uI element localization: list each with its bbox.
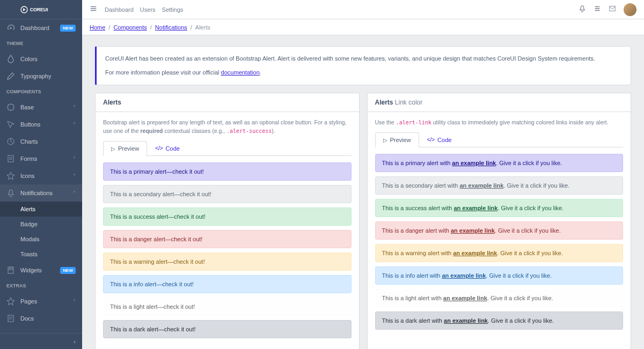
drop-icon <box>6 55 15 63</box>
alert-info: This is a info alert with an example lin… <box>375 266 624 285</box>
sidebar-item-base[interactable]: Base ˅ <box>0 99 82 116</box>
sidebar-label: Forms <box>20 155 73 162</box>
sidebar-label: Pages <box>20 298 73 305</box>
play-icon: ▷ <box>383 137 387 143</box>
sidebar-item-charts[interactable]: Charts <box>0 133 82 150</box>
brand-logo[interactable]: COREUI <box>0 0 82 19</box>
alert-link[interactable]: an example link <box>443 295 487 301</box>
tab-preview[interactable]: ▷Preview <box>375 132 419 147</box>
alert-danger: This is a danger alert with an example l… <box>375 221 624 240</box>
svg-rect-8 <box>610 6 616 11</box>
card-description: Use the .alert-link utility class to imm… <box>375 118 624 127</box>
star-icon <box>6 172 15 180</box>
svg-text:COREUI: COREUI <box>30 7 48 12</box>
sidebar-item-colors[interactable]: Colors <box>0 50 82 68</box>
code-icon: </> <box>427 137 435 143</box>
alert-dark: This is a dark alert—check it out! <box>103 320 352 338</box>
speedometer-icon <box>6 24 15 32</box>
bell-icon[interactable] <box>579 5 586 14</box>
alert-light: This is a light alert with an example li… <box>375 289 624 307</box>
alert-primary: This is a primary alert with an example … <box>375 154 624 172</box>
menu-icon <box>90 5 97 12</box>
cursor-icon <box>6 120 15 129</box>
alert-primary: This is a primary alert—check it out! <box>103 162 352 181</box>
sidebar-item-buttons[interactable]: Buttons ˅ <box>0 116 82 133</box>
notes-icon <box>6 154 15 163</box>
list-icon[interactable] <box>594 5 601 14</box>
tabs: ▷Preview </>Code <box>103 141 352 156</box>
sidebar-item-icons[interactable]: Icons ˅ <box>0 167 82 184</box>
header-nav-users[interactable]: Users <box>140 6 156 13</box>
calculator-icon <box>6 266 15 274</box>
sidebar-item-forms[interactable]: Forms ˅ <box>0 150 82 167</box>
alert-light: This is a light alert—check it out! <box>103 298 352 316</box>
sidebar-item-badge[interactable]: Badge <box>0 217 82 232</box>
callout-text: CoreUI Alert has been created as an exte… <box>105 54 622 64</box>
menu-toggle[interactable] <box>90 5 97 14</box>
alert-dark: This is a dark alert with an example lin… <box>375 311 624 330</box>
breadcrumb: Home / Components / Notifications / Aler… <box>82 19 644 35</box>
alert-link[interactable]: an example link <box>453 250 497 256</box>
card-title: Alerts <box>103 99 121 106</box>
chevron-left-icon: ‹ <box>74 338 76 345</box>
breadcrumb-home[interactable]: Home <box>90 24 105 31</box>
envelope-icon[interactable] <box>609 5 616 14</box>
puzzle-icon <box>6 103 15 112</box>
alert-link[interactable]: an example link <box>442 272 486 279</box>
card-alerts-link: Alerts Link color Use the .alert-link ut… <box>367 93 632 349</box>
chevron-down-icon: ˅ <box>73 156 76 162</box>
callout-info: CoreUI Alert has been created as an exte… <box>95 46 631 85</box>
alert-link[interactable]: an example link <box>452 160 496 166</box>
sidebar-item-toasts[interactable]: Toasts <box>0 247 82 262</box>
header-nav-dashboard[interactable]: Dashboard <box>105 6 134 13</box>
header: Dashboard Users Settings <box>82 0 644 19</box>
alert-secondary: This is a secondary alert—check it out! <box>103 185 352 203</box>
sidebar-label: Dashboard <box>20 25 60 31</box>
alert-secondary: This is a secondary alert with an exampl… <box>375 176 624 195</box>
sidebar-item-typography[interactable]: Typography <box>0 68 82 85</box>
sidebar-item-pages[interactable]: Pages ˅ <box>0 293 82 310</box>
sidebar-minimize[interactable]: ‹ <box>0 333 82 349</box>
sidebar-item-modals[interactable]: Modals <box>0 232 82 247</box>
sidebar-item-docs[interactable]: Docs <box>0 310 82 327</box>
header-nav-settings[interactable]: Settings <box>162 6 184 13</box>
alert-success: This is a success alert with an example … <box>375 199 624 217</box>
sidebar-item-dashboard[interactable]: Dashboard NEW <box>0 19 82 36</box>
tabs: ▷Preview </>Code <box>375 132 624 147</box>
avatar[interactable] <box>624 3 636 16</box>
chevron-up-icon: ˄ <box>73 190 76 196</box>
chevron-down-icon: ˅ <box>73 299 76 305</box>
sidebar-label: Notifications <box>20 190 73 196</box>
card-header: Alerts <box>96 93 359 112</box>
documentation-link[interactable]: documentation <box>221 69 260 76</box>
bell-icon <box>6 189 15 197</box>
tab-code[interactable]: </>Code <box>419 132 460 147</box>
alert-link[interactable]: an example link <box>453 205 497 211</box>
play-icon: ▷ <box>111 146 115 152</box>
tab-code[interactable]: </>Code <box>147 141 188 155</box>
alert-warning: This is a warning alert—check it out! <box>103 253 352 271</box>
breadcrumb-components[interactable]: Components <box>113 24 147 31</box>
alert-success: This is a success alert—check it out! <box>103 207 352 226</box>
sidebar-item-widgets[interactable]: Widgets NEW <box>0 262 82 279</box>
sidebar-label: Base <box>20 104 73 110</box>
alert-link[interactable]: an example link <box>459 182 503 189</box>
alert-link[interactable]: an example link <box>444 317 488 324</box>
sidebar-item-alerts[interactable]: Alerts <box>0 202 82 217</box>
card-header: Alerts Link color <box>368 93 631 112</box>
alert-info: This is a info alert—check it out! <box>103 275 352 293</box>
svg-marker-1 <box>23 8 26 11</box>
svg-rect-7 <box>8 315 13 322</box>
svg-rect-6 <box>9 268 12 270</box>
chevron-down-icon: ˅ <box>73 105 76 110</box>
tab-preview[interactable]: ▷Preview <box>103 141 147 156</box>
sidebar-item-notifications[interactable]: Notifications ˄ <box>0 184 82 202</box>
chevron-down-icon: ˅ <box>73 122 76 128</box>
alert-warning: This is a warning alert with an example … <box>375 244 624 262</box>
description-icon <box>6 314 15 323</box>
sidebar-label: Docs <box>20 315 76 322</box>
breadcrumb-current: Alerts <box>195 24 210 31</box>
card-alerts-basic: Alerts Bootstrap alert is prepared for a… <box>95 93 360 349</box>
breadcrumb-notifications[interactable]: Notifications <box>155 24 187 31</box>
alert-link[interactable]: an example link <box>451 227 495 234</box>
